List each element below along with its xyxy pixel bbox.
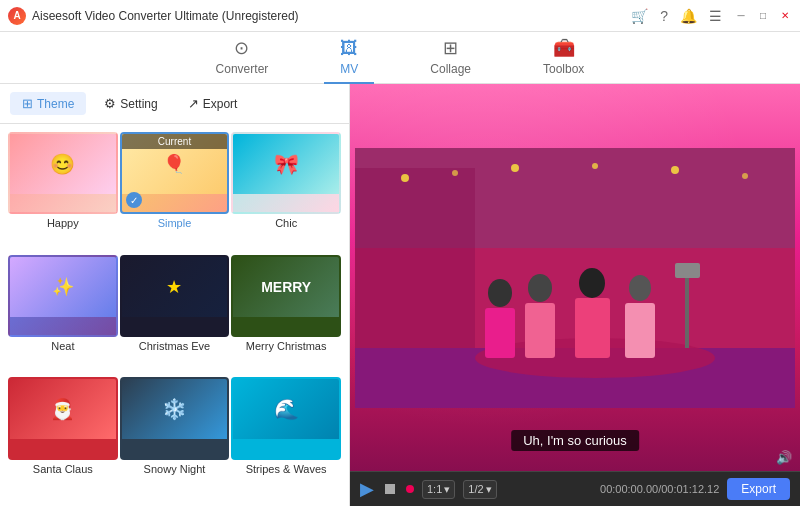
svg-rect-9 bbox=[625, 303, 655, 358]
theme-item-neat[interactable]: ✨ Neat bbox=[8, 255, 118, 376]
svg-rect-6 bbox=[485, 308, 515, 358]
setting-gear-icon: ⚙ bbox=[104, 96, 116, 111]
stop-button[interactable]: ⏹ bbox=[382, 480, 398, 498]
video-scene: Uh, I'm so curious 🔊 bbox=[350, 84, 800, 471]
sub-tab-theme[interactable]: ⊞ Theme bbox=[10, 92, 86, 115]
svg-rect-15 bbox=[675, 263, 700, 278]
right-panel: Uh, I'm so curious 🔊 ▶ ⏹ 1:1 ▾ 1/2 ▾ 00:… bbox=[350, 84, 800, 506]
time-display: 00:00:00.00/00:01:12.12 bbox=[600, 483, 719, 495]
tab-mv[interactable]: 🖼 MV bbox=[324, 32, 374, 84]
notification-icon[interactable]: 🔔 bbox=[680, 8, 697, 24]
converter-icon: ⊙ bbox=[234, 37, 249, 59]
video-controls: ▶ ⏹ 1:1 ▾ 1/2 ▾ 00:00:00.00/00:01:12.12 … bbox=[350, 471, 800, 506]
export-video-button[interactable]: Export bbox=[727, 478, 790, 500]
theme-item-simple[interactable]: 🎈 Current ✓ Simple bbox=[120, 132, 230, 253]
toolbox-icon: 🧰 bbox=[553, 37, 575, 59]
theme-thumb-snowy: ❄️ bbox=[120, 377, 230, 459]
mv-icon: 🖼 bbox=[340, 38, 358, 59]
sub-tabs: ⊞ Theme ⚙ Setting ↗ Export bbox=[0, 84, 349, 124]
ratio-2-select[interactable]: 1/2 ▾ bbox=[463, 480, 496, 499]
selected-check: ✓ bbox=[126, 192, 142, 208]
sub-tab-export[interactable]: ↗ Export bbox=[176, 92, 250, 115]
theme-grid-icon: ⊞ bbox=[22, 96, 33, 111]
theme-thumb-simple: 🎈 Current ✓ bbox=[120, 132, 230, 214]
video-area: Uh, I'm so curious 🔊 bbox=[350, 84, 800, 471]
cart-icon[interactable]: 🛒 bbox=[631, 8, 648, 24]
app-logo: A bbox=[8, 7, 26, 25]
svg-rect-7 bbox=[525, 303, 555, 358]
svg-point-16 bbox=[401, 174, 409, 182]
current-badge: Current bbox=[122, 134, 228, 149]
theme-item-stripes[interactable]: 🌊 Stripes & Waves bbox=[231, 377, 341, 498]
svg-point-18 bbox=[511, 164, 519, 172]
svg-point-21 bbox=[742, 173, 748, 179]
content-area: ⊞ Theme ⚙ Setting ↗ Export 😊 Happy bbox=[0, 84, 800, 506]
svg-point-19 bbox=[592, 163, 598, 169]
collage-icon: ⊞ bbox=[443, 37, 458, 59]
theme-item-chic[interactable]: 🎀 Chic bbox=[231, 132, 341, 253]
minimize-button[interactable]: ─ bbox=[734, 9, 748, 23]
theme-thumb-santa: 🎅 bbox=[8, 377, 118, 459]
title-bar-right: 🛒 ? 🔔 ☰ ─ □ ✕ bbox=[631, 8, 792, 24]
svg-point-12 bbox=[579, 268, 605, 298]
progress-dot bbox=[406, 485, 414, 493]
theme-item-christmas-eve[interactable]: ★ Christmas Eve bbox=[120, 255, 230, 376]
svg-rect-14 bbox=[685, 268, 689, 348]
theme-item-snowy[interactable]: ❄️ Snowy Night bbox=[120, 377, 230, 498]
theme-thumb-christmas-eve: ★ bbox=[120, 255, 230, 337]
theme-thumb-merry-christmas: MERRY bbox=[231, 255, 341, 337]
svg-point-11 bbox=[528, 274, 552, 302]
chevron-down-icon: ▾ bbox=[444, 483, 450, 496]
chevron-down-icon-2: ▾ bbox=[486, 483, 492, 496]
theme-item-happy[interactable]: 😊 Happy bbox=[8, 132, 118, 253]
theme-item-merry-christmas[interactable]: MERRY Merry Christmas bbox=[231, 255, 341, 376]
ratio-1-select[interactable]: 1:1 ▾ bbox=[422, 480, 455, 499]
menu-icon[interactable]: ☰ bbox=[709, 8, 722, 24]
theme-item-santa[interactable]: 🎅 Santa Claus bbox=[8, 377, 118, 498]
theme-grid: 😊 Happy 🎈 Current ✓ Simple 🎀 Chic bbox=[0, 124, 349, 506]
svg-rect-4 bbox=[355, 168, 475, 348]
close-button[interactable]: ✕ bbox=[778, 9, 792, 23]
theme-thumb-happy: 😊 bbox=[8, 132, 118, 214]
svg-rect-8 bbox=[575, 298, 610, 358]
tab-toolbox[interactable]: 🧰 Toolbox bbox=[527, 31, 600, 84]
svg-point-10 bbox=[488, 279, 512, 307]
video-subtitle: Uh, I'm so curious bbox=[511, 430, 639, 451]
left-panel: ⊞ Theme ⚙ Setting ↗ Export 😊 Happy bbox=[0, 84, 350, 506]
svg-point-17 bbox=[452, 170, 458, 176]
window-controls: ─ □ ✕ bbox=[734, 9, 792, 23]
maximize-button[interactable]: □ bbox=[756, 9, 770, 23]
question-icon[interactable]: ? bbox=[660, 8, 668, 24]
export-icon: ↗ bbox=[188, 96, 199, 111]
theme-thumb-stripes: 🌊 bbox=[231, 377, 341, 459]
theme-thumb-neat: ✨ bbox=[8, 255, 118, 337]
speaker-icon[interactable]: 🔊 bbox=[776, 450, 792, 465]
tab-converter[interactable]: ⊙ Converter bbox=[200, 31, 285, 84]
app-title: Aiseesoft Video Converter Ultimate (Unre… bbox=[32, 9, 299, 23]
title-bar: A Aiseesoft Video Converter Ultimate (Un… bbox=[0, 0, 800, 32]
svg-point-13 bbox=[629, 275, 651, 301]
sub-tab-setting[interactable]: ⚙ Setting bbox=[92, 92, 169, 115]
svg-point-20 bbox=[671, 166, 679, 174]
nav-tabs: ⊙ Converter 🖼 MV ⊞ Collage 🧰 Toolbox bbox=[0, 32, 800, 84]
theme-thumb-chic: 🎀 bbox=[231, 132, 341, 214]
play-button[interactable]: ▶ bbox=[360, 478, 374, 500]
tab-collage[interactable]: ⊞ Collage bbox=[414, 31, 487, 84]
